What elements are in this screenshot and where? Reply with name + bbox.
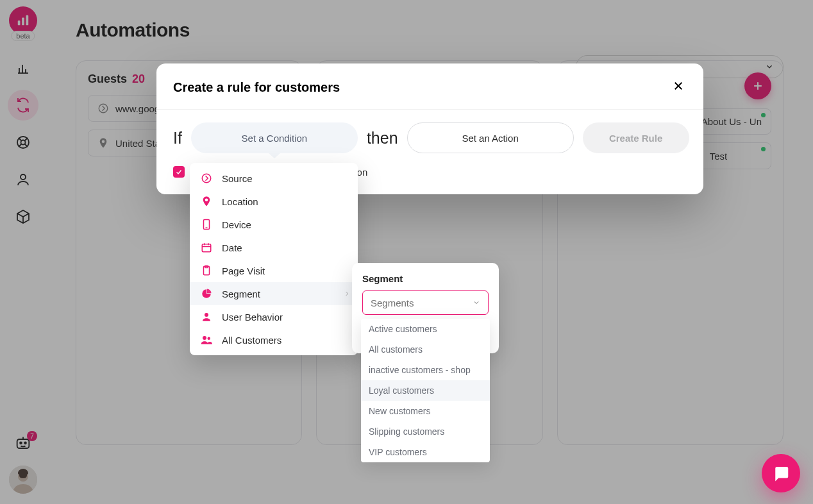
chevron-right-icon [344, 290, 350, 297]
condition-option-label: Location [222, 196, 258, 207]
set-action-label: Set an Action [462, 133, 518, 144]
segment-select[interactable]: Segments [362, 290, 489, 315]
modal-title: Create a rule for customers [173, 80, 340, 95]
condition-dropdown: Source Location Device Date [190, 163, 358, 355]
device-icon [201, 219, 212, 230]
pie-chart-icon [201, 288, 212, 299]
user-icon [201, 311, 212, 323]
condition-option-device[interactable]: Device [190, 213, 358, 236]
condition-option-label: Source [222, 173, 253, 184]
svg-point-43 [203, 336, 206, 340]
svg-point-42 [205, 313, 208, 317]
condition-option-label: User Behavior [222, 312, 283, 323]
segment-options-list: Active customers All customers inactive … [361, 319, 490, 462]
clipboard-icon [201, 265, 212, 276]
condition-option-segment[interactable]: Segment [190, 282, 358, 305]
chevron-down-icon [473, 299, 480, 307]
then-label: then [367, 129, 398, 147]
check-icon [175, 168, 183, 176]
if-label: If [173, 129, 182, 147]
segment-option[interactable]: Slipping customers [361, 421, 490, 442]
condition-option-date[interactable]: Date [190, 236, 358, 259]
segment-option[interactable]: New customers [361, 401, 490, 421]
condition-option-label: Segment [222, 289, 260, 299]
segment-option[interactable]: inactive customers - shop [361, 360, 490, 380]
condition-option-page-visit[interactable]: Page Visit [190, 259, 358, 282]
condition-option-all-customers[interactable]: All Customers [190, 328, 358, 351]
condition-option-location[interactable]: Location [190, 190, 358, 213]
segment-option[interactable]: Active customers [361, 319, 490, 339]
create-rule-button[interactable]: Create Rule [583, 122, 689, 153]
condition-option-label: Date [222, 242, 242, 253]
set-action-button[interactable]: Set an Action [407, 122, 574, 153]
svg-point-33 [202, 174, 211, 183]
close-icon [673, 80, 684, 92]
condition-option-user-behavior[interactable]: User Behavior [190, 305, 358, 328]
condition-option-source[interactable]: Source [190, 167, 358, 190]
create-rule-label: Create Rule [609, 133, 662, 144]
source-icon [201, 172, 212, 184]
segment-option[interactable]: Loyal customers [361, 380, 490, 401]
apply-checkbox[interactable] [173, 166, 185, 178]
set-condition-label: Set a Condition [242, 133, 308, 144]
svg-rect-36 [202, 244, 211, 252]
svg-point-44 [208, 337, 211, 340]
segment-option[interactable]: VIP customers [361, 442, 490, 462]
intercom-icon [771, 464, 791, 483]
segment-panel-title: Segment [362, 273, 489, 284]
condition-option-label: Page Visit [222, 265, 265, 276]
location-pin-icon [201, 196, 212, 207]
calendar-icon [201, 242, 212, 253]
users-icon [200, 334, 213, 346]
segment-select-placeholder: Segments [371, 298, 414, 308]
condition-option-label: All Customers [222, 335, 281, 346]
help-fab[interactable] [762, 454, 800, 492]
condition-option-label: Device [222, 219, 251, 230]
modal-close-button[interactable] [670, 78, 687, 97]
segment-option[interactable]: All customers [361, 339, 490, 360]
set-condition-button[interactable]: Set a Condition [191, 122, 358, 153]
